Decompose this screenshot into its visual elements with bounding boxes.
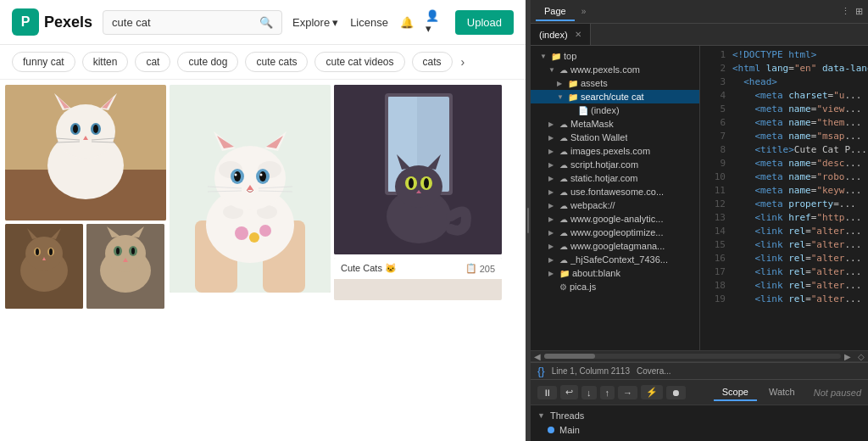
tree-item-pexels[interactable]: ▼ ☁ www.pexels.com — [531, 63, 699, 76]
tree-item-go[interactable]: ▶ ☁ www.googleoptimize... — [531, 226, 699, 239]
threads-expand-icon: ▼ — [537, 411, 545, 420]
divider-handle — [527, 208, 529, 233]
step-button[interactable]: → — [618, 386, 637, 399]
cloud-icon: ☁ — [559, 65, 568, 75]
tab-scope[interactable]: Scope — [714, 384, 757, 401]
devtools-panel: Page » ⋮ ⊞ (index) ✕ ▼ 📁 top ▼ ☁ — [531, 0, 868, 441]
tab-watch[interactable]: Watch — [760, 384, 804, 401]
photo-item-4[interactable] — [334, 85, 502, 254]
pexels-logo[interactable]: P Pexels — [12, 8, 92, 36]
tree-item-pica[interactable]: ⚙ pica.js — [531, 280, 699, 293]
expand-arrow-icon: ▶ — [548, 215, 557, 223]
tree-item-hjsafe[interactable]: ▶ ☁ _hjSafeContext_7436... — [531, 253, 699, 266]
code-panel[interactable]: 1 <!DOCTYPE html> 2 <html lang="en" data… — [700, 46, 868, 350]
resize-handle-icon[interactable]: ◇ — [858, 352, 865, 361]
tree-item-hotjar-static[interactable]: ▶ ☁ static.hotjar.com — [531, 171, 699, 185]
debug-toolbar: ⏸ ↩ ↓ ↑ → ⚡ ⏺ Scope Watch Not paused — [531, 379, 868, 405]
status-coverage: Covera... — [637, 366, 671, 376]
grid-icon[interactable]: ⊞ — [855, 6, 863, 17]
code-line-7: 7 <meta name="msap... — [700, 131, 868, 144]
upload-button[interactable]: Upload — [455, 10, 514, 35]
bell-icon[interactable]: 🔔 — [400, 16, 414, 29]
photo-item-2a[interactable] — [5, 224, 83, 309]
close-tab-icon[interactable]: ✕ — [575, 30, 581, 39]
tree-item-top[interactable]: ▼ 📁 top — [531, 49, 699, 63]
tag-kitten[interactable]: kitten — [82, 52, 129, 72]
curly-braces-icon[interactable]: {} — [537, 365, 545, 377]
file-tab-index[interactable]: (index) ✕ — [531, 24, 591, 45]
user-icon[interactable]: 👤▾ — [426, 9, 443, 35]
tree-item-index[interactable]: 📄 (index) — [531, 103, 699, 117]
expand-arrow-icon: ▶ — [548, 188, 557, 196]
tree-item-fontawesome[interactable]: ▶ ☁ use.fontawesome.co... — [531, 185, 699, 198]
svg-point-24 — [36, 248, 39, 255]
svg-point-25 — [49, 248, 53, 255]
tag-cats[interactable]: cats — [412, 52, 453, 72]
nav-items: Explore ▾ License 🔔 👤▾ Upload — [292, 9, 514, 35]
code-line-3: 3 <head> — [700, 76, 868, 90]
photo-item-1[interactable] — [5, 85, 166, 220]
tags-next-arrow[interactable]: › — [461, 55, 465, 69]
thread-main[interactable]: Main — [548, 424, 851, 436]
tree-item-gtm[interactable]: ▶ ☁ www.googletagmana... — [531, 239, 699, 253]
tag-cute-cat-videos[interactable]: cute cat videos — [314, 52, 404, 72]
chevron-right-icon[interactable]: » — [578, 5, 590, 18]
tree-item-station-wallet[interactable]: ▶ ☁ Station Wallet — [531, 131, 699, 144]
tree-item-assets[interactable]: ▶ 📁 assets — [531, 76, 699, 90]
search-icon: 🔍 — [259, 16, 273, 29]
pexels-logo-icon: P — [12, 8, 39, 36]
tree-item-search[interactable]: ▼ 📁 search/cute cat — [531, 90, 699, 103]
photo-item-2b[interactable] — [86, 224, 164, 309]
svg-point-43 — [235, 226, 248, 240]
horizontal-scrollbar[interactable]: ◀ ▶ ◇ — [531, 350, 868, 362]
tag-cute-dog[interactable]: cute dog — [177, 52, 238, 72]
photo-row-small — [5, 224, 166, 309]
deactivate-button[interactable]: ⚡ — [641, 385, 663, 399]
step-out-button[interactable]: ↑ — [600, 386, 615, 399]
tree-item-ga[interactable]: ▶ ☁ www.google-analytic... — [531, 212, 699, 226]
gear-icon: ⚙ — [559, 282, 567, 292]
step-over-button[interactable]: ↩ — [560, 385, 578, 399]
search-bar[interactable]: 🔍 — [103, 10, 282, 35]
svg-point-11 — [93, 125, 98, 133]
threads-header[interactable]: ▼ Threads — [537, 409, 861, 422]
scrollbar-track[interactable] — [544, 354, 841, 359]
tree-item-metamask[interactable]: ▶ ☁ MetaMask — [531, 117, 699, 131]
tree-item-about-blank[interactable]: ▶ 📁 about:blank — [531, 266, 699, 280]
svg-point-57 — [235, 174, 237, 176]
tag-cute-cats[interactable]: cute cats — [245, 52, 308, 72]
photo-col-1 — [5, 85, 166, 436]
svg-point-46 — [214, 146, 286, 210]
tree-item-images[interactable]: ▶ ☁ images.pexels.com — [531, 144, 699, 158]
svg-point-75 — [424, 178, 429, 188]
expand-arrow-icon: ▼ — [540, 53, 548, 60]
scroll-left-arrow[interactable]: ◀ — [534, 352, 541, 361]
tree-item-webpack[interactable]: ▶ ☁ webpack:// — [531, 198, 699, 212]
license-nav[interactable]: License — [350, 16, 388, 29]
async-button[interactable]: ⏺ — [666, 386, 686, 399]
tag-cat[interactable]: cat — [135, 52, 170, 72]
pexels-logo-text: Pexels — [44, 14, 92, 31]
scrollbar-thumb[interactable] — [544, 354, 595, 359]
photo-col-3: Cute Cats 🐱 📋 205 — [334, 85, 502, 436]
pause-button[interactable]: ⏸ — [537, 386, 557, 399]
step-into-button[interactable]: ↓ — [581, 386, 597, 399]
menu-icon[interactable]: ⋮ — [841, 6, 850, 17]
tab-page[interactable]: Page — [536, 3, 575, 21]
explore-nav[interactable]: Explore ▾ — [292, 16, 338, 29]
photo-caption: Cute Cats 🐱 📋 205 — [334, 258, 502, 279]
folder-icon: 📁 — [559, 269, 570, 278]
tree-item-hotjar-script[interactable]: ▶ ☁ script.hotjar.com — [531, 158, 699, 171]
tag-funny-cat[interactable]: funny cat — [12, 52, 75, 72]
code-line-12: 12 <meta property=... — [700, 198, 868, 212]
search-input[interactable] — [112, 16, 254, 29]
cloud-icon: ☁ — [559, 242, 568, 251]
not-paused-status: Not paused — [814, 388, 861, 398]
status-position: Line 1, Column 2113 — [552, 366, 630, 376]
thread-main-label: Main — [559, 425, 580, 435]
cloud-icon: ☁ — [559, 147, 568, 156]
tree-panel: ▼ 📁 top ▼ ☁ www.pexels.com ▶ 📁 assets ▼ … — [531, 46, 700, 350]
photo-item-3[interactable] — [170, 85, 331, 293]
scroll-right-arrow[interactable]: ▶ — [844, 352, 851, 361]
pexels-header: P Pexels 🔍 Explore ▾ License 🔔 👤▾ Upload — [0, 0, 526, 45]
